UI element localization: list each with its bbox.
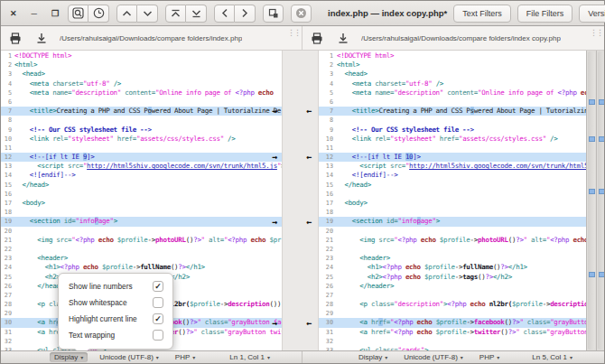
- code-line[interactable]: <meta name="description" content="Online…: [14, 89, 282, 98]
- save-download-icon[interactable]: [36, 33, 47, 44]
- code-line[interactable]: [337, 337, 586, 346]
- code-line[interactable]: <!--[if lt IE 10]>: [337, 153, 586, 162]
- code-line[interactable]: </header>: [337, 282, 586, 291]
- code-line[interactable]: <img src="<?php echo $profile->photoURL(…: [337, 236, 586, 245]
- version-filters-button[interactable]: Version Filters: [579, 5, 605, 23]
- print-icon[interactable]: [9, 33, 22, 44]
- code-line[interactable]: <script src="http://html5shiv.googlecode…: [337, 162, 586, 171]
- diff-scroll-marker[interactable]: [599, 136, 604, 142]
- merge-right-arrow[interactable]: →: [272, 319, 277, 328]
- code-line[interactable]: <header>: [337, 254, 586, 263]
- merge-left-arrow[interactable]: ←: [306, 153, 312, 162]
- text-filters-button[interactable]: Text Filters: [453, 5, 511, 23]
- code-line[interactable]: [337, 245, 586, 254]
- checkbox-unchecked-icon[interactable]: [153, 330, 163, 341]
- code-line[interactable]: [337, 190, 586, 199]
- close-window-icon[interactable]: ✕: [10, 9, 17, 18]
- right-scrollbar[interactable]: [596, 51, 604, 350]
- print-icon[interactable]: [311, 33, 323, 44]
- code-line[interactable]: <ul class="cards">: [337, 346, 586, 350]
- left-scrollbar[interactable]: [586, 51, 596, 350]
- drag-handle-icon[interactable]: ⋮⋮: [590, 30, 602, 35]
- code-line[interactable]: </head>: [14, 181, 282, 190]
- minimize-window-icon[interactable]: ─: [32, 9, 37, 18]
- code-line[interactable]: <img src="<?php echo $profile->photoURL(…: [14, 236, 282, 245]
- code-line[interactable]: <title>Creating a PHP and CSS Powered Ab…: [14, 107, 282, 116]
- diff-scroll-marker[interactable]: [589, 272, 595, 277]
- merge-left-arrow[interactable]: ←: [306, 107, 312, 116]
- code-line[interactable]: [337, 291, 586, 300]
- code-line[interactable]: <head>: [337, 70, 586, 79]
- encoding-menu-button[interactable]: Unicode (UTF-8)▾: [95, 352, 163, 362]
- diff-scroll-marker[interactable]: [589, 99, 595, 105]
- last-change-button[interactable]: [186, 5, 207, 23]
- checkbox-unchecked-icon[interactable]: [153, 297, 163, 308]
- language-menu-button[interactable]: PHP▾: [475, 352, 504, 362]
- diff-scroll-marker[interactable]: [599, 272, 604, 277]
- code-line[interactable]: [14, 208, 282, 217]
- code-line[interactable]: <header>: [14, 254, 282, 263]
- display-menu-item[interactable]: Show whitespace: [59, 294, 172, 311]
- save-download-icon[interactable]: [338, 33, 349, 44]
- merge-right-arrow[interactable]: →: [272, 218, 277, 227]
- code-line[interactable]: <script src="http://html5shiv.googlecode…: [14, 162, 282, 171]
- code-line[interactable]: <!DOCTYPE html>: [337, 51, 586, 61]
- code-line[interactable]: <!DOCTYPE html>: [14, 51, 282, 61]
- code-line[interactable]: <![endif]-->: [14, 171, 282, 180]
- display-menu-item[interactable]: Text wrapping: [59, 327, 172, 343]
- diff-scroll-marker[interactable]: [589, 136, 595, 142]
- code-line[interactable]: <h2><?php echo $profile->tags()?></h2>: [337, 273, 586, 282]
- language-menu-button[interactable]: PHP▾: [171, 352, 200, 362]
- code-line[interactable]: [14, 227, 282, 236]
- code-line[interactable]: <!-- Our CSS stylesheet file -->: [337, 126, 586, 135]
- code-line[interactable]: <!-- Our CSS stylesheet file -->: [14, 126, 282, 135]
- code-line[interactable]: [337, 144, 586, 153]
- code-line[interactable]: [14, 98, 282, 107]
- code-line[interactable]: [337, 227, 586, 236]
- code-line[interactable]: [14, 144, 282, 153]
- display-menu-button[interactable]: Display▾: [50, 352, 88, 362]
- code-line[interactable]: [14, 245, 282, 254]
- code-line[interactable]: <section id="infopage">: [337, 217, 586, 226]
- first-change-button[interactable]: [165, 5, 186, 23]
- right-code-pane[interactable]: <!DOCTYPE html><html> <head> <meta chars…: [337, 51, 586, 350]
- go-back-button[interactable]: [214, 5, 235, 23]
- display-menu-item[interactable]: Highlight current line✓: [59, 311, 172, 327]
- code-line[interactable]: [337, 98, 586, 107]
- checkbox-checked-icon[interactable]: ✓: [153, 281, 163, 292]
- code-line[interactable]: [14, 190, 282, 199]
- diff-scroll-marker[interactable]: [589, 189, 595, 194]
- maximize-window-icon[interactable]: ❒: [51, 9, 59, 18]
- encoding-menu-button[interactable]: Unicode (UTF-8)▾: [399, 352, 468, 362]
- code-line[interactable]: </head>: [337, 181, 586, 190]
- merge-right-arrow[interactable]: →: [272, 153, 277, 162]
- merge-left-arrow[interactable]: ←: [306, 218, 312, 227]
- copy-changes-button[interactable]: [263, 5, 284, 23]
- merge-left-arrow[interactable]: ←: [306, 319, 312, 328]
- close-file-button[interactable]: [291, 5, 312, 23]
- code-line[interactable]: <link rel="stylesheet" href="assets/css/…: [337, 135, 586, 144]
- code-line[interactable]: <a hrrf="<?php echo $profile->facebook()…: [337, 318, 586, 327]
- display-menu-item[interactable]: Show line numbers✓: [59, 278, 172, 294]
- file-filters-button[interactable]: File Filters: [517, 5, 573, 23]
- drag-handle-icon[interactable]: ⋮⋮: [287, 30, 300, 35]
- diff-scroll-marker[interactable]: [599, 189, 604, 194]
- cursor-position-button[interactable]: Ln 1, Col 1▾: [225, 352, 275, 362]
- next-change-button[interactable]: [137, 5, 158, 23]
- zoom-button[interactable]: [68, 5, 88, 23]
- code-line[interactable]: [337, 208, 586, 217]
- code-line[interactable]: <a href="<?php echo $profile->twitter()?…: [337, 328, 586, 337]
- go-forward-button[interactable]: [235, 5, 256, 23]
- display-menu-button[interactable]: Display▾: [354, 352, 392, 362]
- code-line[interactable]: <![endif]-->: [337, 171, 586, 180]
- code-line[interactable]: <p class="description"><?php echo nl2br(…: [337, 300, 586, 309]
- code-line[interactable]: <meta name="description" content="Online…: [337, 89, 586, 98]
- history-button[interactable]: [88, 5, 109, 23]
- code-line[interactable]: [337, 309, 586, 318]
- code-line[interactable]: <title>Creating a PHP and CSS Pswered Ab…: [337, 107, 586, 116]
- code-line[interactable]: <html>: [337, 61, 586, 70]
- code-line[interactable]: <meta charset="utf-8" />: [337, 79, 586, 89]
- diff-scroll-marker[interactable]: [599, 99, 604, 105]
- code-line[interactable]: [337, 116, 586, 125]
- code-line[interactable]: <h1><?php echo $profile->fullName()?></h…: [14, 263, 282, 272]
